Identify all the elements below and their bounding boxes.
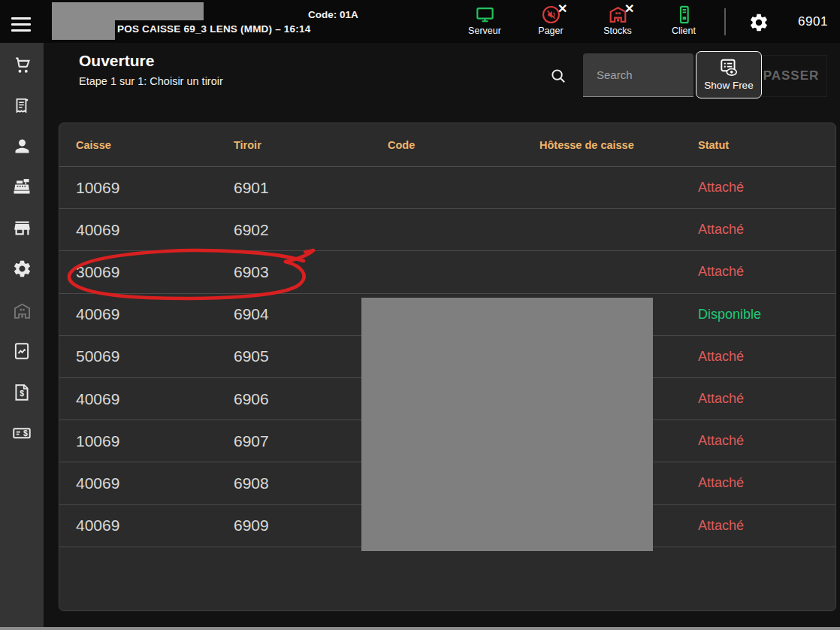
show-free-icon: [718, 59, 739, 78]
error-x-icon: ✕: [557, 2, 567, 16]
cell-tiroir: 6901: [234, 167, 269, 208]
cell-tiroir: 6907: [234, 420, 269, 462]
cell-statut: Disponible: [698, 294, 761, 335]
person-icon: [12, 136, 32, 156]
cell-caisse: 40069: [76, 209, 119, 250]
code-label: Code: 01A: [308, 9, 358, 20]
cell-tiroir: 6909: [234, 505, 269, 547]
cell-tiroir: 6905: [234, 336, 269, 377]
search-icon[interactable]: [550, 68, 567, 88]
column-header-hotesse: Hôtesse de caisse: [539, 123, 634, 166]
table-row[interactable]: 400696902Attaché: [59, 209, 835, 251]
sidebar-item-cart[interactable]: [7, 50, 37, 80]
status-client[interactable]: Client: [654, 5, 713, 36]
status-label: Serveur: [455, 26, 514, 36]
sidebar-item-cheque[interactable]: $: [7, 418, 37, 448]
cell-tiroir: 6906: [234, 378, 269, 419]
page-subtitle: Etape 1 sur 1: Choisir un tiroir: [79, 75, 223, 87]
column-header-tiroir: Tiroir: [234, 123, 261, 166]
cell-statut: Attaché: [698, 167, 744, 208]
warehouse-icon: [12, 301, 32, 321]
sidebar-item-store[interactable]: [7, 213, 37, 243]
pos-title: POS CAISSE 69_3 LENS (MMD) – 16:14: [117, 23, 310, 35]
cell-caisse: 10069: [76, 420, 119, 462]
monitor-icon: [475, 5, 495, 25]
topbar-divider: [724, 8, 726, 35]
cell-statut: Attaché: [698, 505, 744, 547]
cell-tiroir: 6902: [234, 209, 269, 250]
show-free-label: Show Free: [704, 80, 753, 91]
cell-statut: Attaché: [698, 251, 744, 292]
cell-statut: Attaché: [698, 378, 744, 419]
receipt-icon: [12, 95, 32, 115]
table-header-row: Caisse Tiroir Code Hôtesse de caisse Sta…: [59, 123, 835, 167]
station-number: 6901: [790, 14, 835, 29]
cell-caisse: 40069: [76, 462, 119, 504]
status-pager[interactable]: ✕ Pager: [521, 5, 580, 36]
status-serveur[interactable]: Serveur: [455, 5, 514, 36]
terminal-icon: [674, 5, 694, 25]
report-doc-icon: [12, 341, 32, 361]
dollar-doc-icon: $: [12, 383, 32, 402]
top-bar: POS CAISSE 69_3 LENS (MMD) – 16:14 Code:…: [0, 0, 840, 43]
search-input[interactable]: [583, 53, 693, 97]
redaction-logo-block-2: [115, 2, 204, 20]
gear-icon: [12, 259, 32, 279]
cell-statut: Attaché: [698, 420, 744, 462]
cell-caisse: 30069: [76, 251, 119, 292]
table-row[interactable]: 100696901Attaché: [59, 167, 835, 209]
cell-caisse: 50069: [76, 336, 119, 377]
svg-text:$: $: [20, 389, 24, 398]
sidebar-item-cash-register[interactable]: [7, 171, 37, 201]
cell-tiroir: 6903: [234, 251, 269, 292]
column-header-caisse: Caisse: [76, 123, 111, 166]
sidebar-item-receipts[interactable]: [7, 90, 37, 120]
window-bottom-edge: [0, 627, 840, 630]
status-stocks[interactable]: ✕ Stocks: [588, 5, 647, 36]
sidebar-item-reports[interactable]: [7, 336, 37, 366]
status-label: Stocks: [588, 26, 647, 36]
cell-statut: Attaché: [698, 462, 744, 504]
column-header-code: Code: [388, 123, 415, 166]
cell-statut: Attaché: [698, 209, 744, 250]
redaction-box: [361, 298, 653, 551]
page-title: Ouverture: [79, 52, 154, 70]
cell-caisse: 40069: [76, 505, 119, 547]
settings-gear-icon[interactable]: [748, 12, 769, 33]
status-label: Client: [654, 26, 713, 36]
column-header-statut: Statut: [698, 123, 729, 166]
cell-caisse: 40069: [76, 378, 119, 419]
cheque-icon: $: [11, 423, 32, 444]
storefront-icon: [12, 218, 32, 238]
sidebar-item-invoices[interactable]: $: [7, 377, 37, 407]
sidebar-item-warehouse[interactable]: [7, 295, 37, 326]
show-free-button[interactable]: Show Free: [696, 51, 762, 98]
cell-tiroir: 6904: [234, 294, 269, 335]
table-row[interactable]: 300696903Attaché: [59, 251, 835, 293]
status-label: Pager: [521, 26, 580, 36]
cart-icon: [12, 55, 32, 75]
sidebar-item-settings[interactable]: [7, 253, 37, 283]
hamburger-menu-icon[interactable]: [11, 14, 31, 30]
cell-caisse: 10069: [76, 167, 119, 208]
svg-text:$: $: [23, 429, 28, 438]
sidebar-nav: $ $: [0, 43, 44, 630]
passer-button[interactable]: PASSER: [755, 55, 827, 97]
error-x-icon: ✕: [624, 2, 634, 16]
cell-caisse: 40069: [76, 294, 119, 335]
cash-register-icon: [11, 176, 32, 197]
sidebar-item-customers[interactable]: [7, 131, 37, 161]
redaction-logo-block: [52, 2, 115, 40]
cell-statut: Attaché: [698, 336, 744, 377]
cell-tiroir: 6908: [234, 462, 269, 504]
